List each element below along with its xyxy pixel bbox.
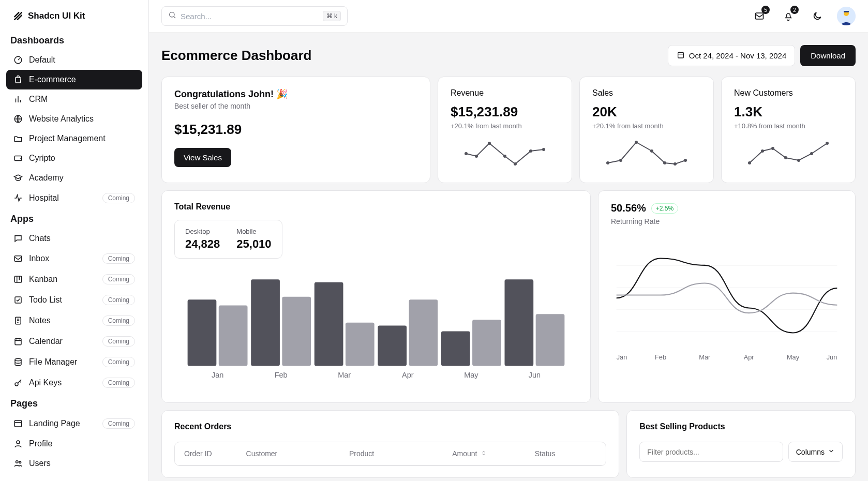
svg-rect-5 (15, 297, 21, 303)
svg-point-13 (19, 461, 21, 463)
coming-badge: Coming (102, 253, 135, 264)
section-title-pages: Pages (0, 393, 148, 413)
svg-rect-42 (219, 305, 248, 366)
topbar: ⌘ k 5 2 (149, 0, 868, 33)
th-product: Product (349, 449, 452, 458)
stat-value: 1.3K (734, 104, 843, 120)
search-input[interactable] (181, 12, 319, 21)
sidebar-item-api-keys[interactable]: Api Keys Coming (6, 372, 142, 393)
svg-rect-41 (188, 299, 217, 366)
congrats-title: Congratulations John! 🎉 (174, 88, 417, 100)
svg-text:Feb: Feb (275, 371, 288, 379)
sidebar-item-label: File Manager (29, 357, 96, 367)
search-box[interactable]: ⌘ k (161, 6, 348, 26)
svg-rect-51 (409, 299, 438, 366)
stat-value: $15,231.89 (451, 104, 559, 120)
search-shortcut: ⌘ k (323, 11, 341, 21)
bar-chart-icon (13, 95, 23, 104)
revenue-bar-chart: JanFebMarAprMayJun (174, 268, 578, 389)
svg-rect-53 (441, 332, 470, 366)
check-square-icon (13, 295, 23, 305)
legend-desktop-value: 24,828 (185, 237, 220, 251)
legend-desktop-label: Desktop (185, 228, 220, 235)
coming-badge: Coming (102, 357, 135, 367)
sidebar-item-default[interactable]: Default (6, 50, 142, 70)
best-selling-card: Best Selling Products Columns (626, 410, 856, 478)
users-icon (13, 459, 23, 468)
th-amount[interactable]: Amount (452, 449, 534, 458)
sidebar-item-inbox[interactable]: Inbox Coming (6, 248, 142, 269)
svg-point-11 (17, 441, 20, 444)
sidebar-item-label: Cyripto (29, 154, 135, 163)
sidebar-item-crypto[interactable]: Cyripto (6, 148, 142, 168)
stat-title: New Customers (734, 88, 843, 98)
columns-button[interactable]: Columns (788, 442, 843, 462)
recent-orders-card: Recent Orders Order ID Customer Product … (161, 410, 619, 478)
sidebar-item-users[interactable]: Users (6, 454, 142, 473)
sidebar-item-notes[interactable]: Notes Coming (6, 310, 142, 331)
sidebar-item-academy[interactable]: Academy (6, 168, 142, 188)
sidebar-item-kanban[interactable]: Kanban Coming (6, 269, 142, 290)
svg-text:May: May (464, 371, 478, 379)
folder-icon (13, 134, 23, 143)
notification-badge: 2 (790, 6, 799, 14)
svg-point-31 (663, 161, 666, 164)
sidebar-item-landing[interactable]: Landing Page Coming (6, 413, 142, 434)
sidebar-item-profile[interactable]: Profile (6, 434, 142, 454)
svg-point-36 (771, 147, 774, 150)
sidebar-item-calendar[interactable]: Calendar Coming (6, 331, 142, 352)
sidebar-item-website-analytics[interactable]: Website Analytics (6, 109, 142, 129)
filter-products-input[interactable] (639, 442, 783, 462)
mail-button[interactable]: 5 (750, 7, 769, 25)
date-range-picker[interactable]: Oct 24, 2024 - Nov 13, 2024 (668, 45, 795, 66)
sidebar-item-ecommerce[interactable]: E-commerce (6, 70, 142, 89)
view-sales-button[interactable]: View Sales (174, 148, 231, 167)
svg-text:Apr: Apr (744, 353, 755, 361)
svg-point-32 (674, 162, 677, 166)
columns-label: Columns (796, 448, 825, 456)
svg-point-29 (635, 141, 638, 144)
sidebar-item-label: Profile (29, 439, 135, 448)
svg-rect-50 (378, 325, 407, 366)
logo[interactable]: Shadcn UI Kit (0, 0, 148, 30)
svg-point-14 (170, 12, 174, 17)
sidebar-item-todo[interactable]: Todo List Coming (6, 290, 142, 310)
chevron-down-icon (828, 447, 835, 456)
sidebar-item-hospital[interactable]: Hospital Coming (6, 188, 142, 208)
returning-rate-delta: +2.5% (651, 203, 678, 214)
stat-card-customers: New Customers 1.3K +10.8% from last mont… (721, 77, 856, 183)
congrats-amount: $15,231.89 (174, 122, 417, 138)
theme-toggle-button[interactable] (808, 7, 827, 25)
svg-point-27 (606, 161, 609, 164)
sidebar-item-label: E-commerce (29, 75, 135, 84)
avatar-button[interactable] (837, 7, 856, 25)
calendar-icon (677, 51, 685, 61)
svg-rect-4 (14, 276, 22, 282)
sidebar-item-chats[interactable]: Chats (6, 229, 142, 248)
sidebar-item-file-manager[interactable]: File Manager Coming (6, 352, 142, 372)
stat-delta: +20.1% from last month (451, 122, 559, 130)
svg-point-22 (488, 142, 491, 145)
sparkline-customers (734, 138, 843, 169)
svg-text:Jun: Jun (827, 353, 837, 361)
sidebar-item-label: Project Management (29, 134, 135, 143)
notifications-button[interactable]: 2 (779, 7, 798, 25)
th-customer: Customer (246, 449, 349, 458)
congrats-card: Congratulations John! 🎉 Best seller of t… (161, 77, 430, 183)
logo-text: Shadcn UI Kit (28, 11, 85, 21)
sidebar-item-project-management[interactable]: Project Management (6, 129, 142, 148)
sidebar-item-label: Api Keys (29, 378, 96, 387)
svg-rect-18 (844, 11, 849, 12)
svg-point-35 (761, 149, 764, 153)
globe-icon (13, 114, 23, 124)
svg-text:Jun: Jun (529, 371, 541, 379)
svg-rect-54 (472, 320, 501, 366)
stat-title: Revenue (451, 88, 559, 98)
sidebar-item-crm[interactable]: CRM (6, 89, 142, 109)
download-button[interactable]: Download (800, 45, 856, 66)
sidebar-item-label: Academy (29, 173, 135, 183)
search-icon (168, 11, 176, 21)
orders-table: Order ID Customer Product Amount Status (174, 442, 606, 466)
th-status: Status (535, 449, 597, 458)
returning-rate-label: Returning Rate (611, 217, 843, 226)
